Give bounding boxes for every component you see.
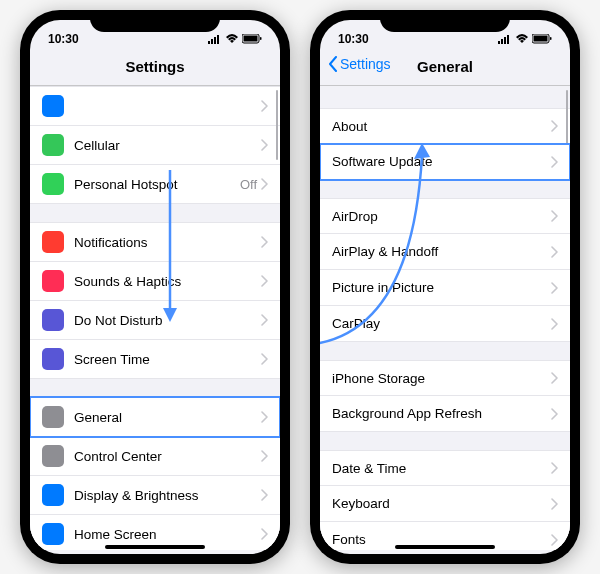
general-row-software-update[interactable]: Software Update — [320, 144, 570, 180]
chevron-right-icon — [551, 462, 558, 474]
chevron-right-icon — [261, 236, 268, 248]
general-row-background-app-refresh[interactable]: Background App Refresh — [320, 396, 570, 432]
svg-rect-14 — [534, 36, 548, 42]
chevron-right-icon — [551, 282, 558, 294]
svg-rect-2 — [214, 37, 216, 44]
battery-icon — [242, 34, 262, 44]
screen-settings: 10:30 Settings CellularPersonal HotspotO… — [30, 20, 280, 554]
settings-row-notifications[interactable]: Notifications — [30, 222, 280, 262]
row-label: CarPlay — [332, 316, 551, 331]
sounds-icon — [42, 270, 64, 292]
back-label: Settings — [340, 56, 391, 72]
chevron-right-icon — [551, 318, 558, 330]
row-label: General — [74, 410, 261, 425]
settings-row-do-not-disturb[interactable]: Do Not Disturb — [30, 301, 280, 340]
chevron-right-icon — [261, 411, 268, 423]
settings-row-screen-time[interactable]: Screen Time — [30, 340, 280, 379]
svg-rect-3 — [217, 35, 219, 44]
homescreen-icon — [42, 523, 64, 545]
general-row-picture-in-picture[interactable]: Picture in Picture — [320, 270, 570, 306]
notifications-icon — [42, 231, 64, 253]
screen-general: 10:30 Settings General AboutSoftware Upd… — [320, 20, 570, 554]
nav-bar-settings: Settings — [30, 52, 280, 86]
svg-rect-11 — [504, 37, 506, 44]
cellular-icon — [42, 134, 64, 156]
chevron-left-icon — [328, 56, 338, 72]
row-label: Software Update — [332, 154, 551, 169]
home-indicator — [395, 545, 495, 549]
screentime-icon — [42, 348, 64, 370]
svg-rect-10 — [501, 39, 503, 44]
settings-row-control-center[interactable]: Control Center — [30, 437, 280, 476]
general-row-date-time[interactable]: Date & Time — [320, 450, 570, 486]
phone-settings: 10:30 Settings CellularPersonal HotspotO… — [20, 10, 290, 564]
chevron-right-icon — [551, 156, 558, 168]
row-label: Sounds & Haptics — [74, 274, 261, 289]
row-label: Home Screen — [74, 527, 261, 542]
row-label: iPhone Storage — [332, 371, 551, 386]
chevron-right-icon — [261, 275, 268, 287]
settings-row-display-brightness[interactable]: Display & Brightness — [30, 476, 280, 515]
general-row-iphone-storage[interactable]: iPhone Storage — [320, 360, 570, 396]
row-label: Do Not Disturb — [74, 313, 261, 328]
settings-list[interactable]: CellularPersonal HotspotOffNotifications… — [30, 86, 280, 550]
back-button[interactable]: Settings — [328, 56, 391, 72]
scroll-indicator[interactable] — [276, 90, 279, 160]
chevron-right-icon — [261, 450, 268, 462]
settings-row-sounds-haptics[interactable]: Sounds & Haptics — [30, 262, 280, 301]
nav-title: Settings — [40, 58, 270, 75]
phone-general: 10:30 Settings General AboutSoftware Upd… — [310, 10, 580, 564]
chevron-right-icon — [261, 178, 268, 190]
row-label: Notifications — [74, 235, 261, 250]
signal-icon — [208, 35, 222, 44]
general-row-carplay[interactable]: CarPlay — [320, 306, 570, 342]
chevron-right-icon — [551, 498, 558, 510]
general-list[interactable]: AboutSoftware UpdateAirDropAirPlay & Han… — [320, 86, 570, 550]
status-right — [208, 34, 262, 44]
nav-bar-general: Settings General — [320, 52, 570, 86]
hotspot-icon — [42, 173, 64, 195]
row-label: Date & Time — [332, 461, 551, 476]
notch — [380, 10, 510, 32]
bluetooth-icon — [42, 95, 64, 117]
settings-row-personal-hotspot[interactable]: Personal HotspotOff — [30, 165, 280, 204]
settings-row-general[interactable]: General — [30, 397, 280, 437]
chevron-right-icon — [261, 353, 268, 365]
general-row-about[interactable]: About — [320, 108, 570, 144]
chevron-right-icon — [261, 139, 268, 151]
row-label: Keyboard — [332, 496, 551, 511]
signal-icon — [498, 35, 512, 44]
chevron-right-icon — [551, 408, 558, 420]
svg-rect-9 — [498, 41, 500, 44]
general-row-airdrop[interactable]: AirDrop — [320, 198, 570, 234]
svg-rect-12 — [507, 35, 509, 44]
chevron-right-icon — [551, 120, 558, 132]
row-label: Control Center — [74, 449, 261, 464]
svg-rect-0 — [208, 41, 210, 44]
status-time: 10:30 — [338, 32, 369, 46]
status-time: 10:30 — [48, 32, 79, 46]
general-row-airplay-handoff[interactable]: AirPlay & Handoff — [320, 234, 570, 270]
row-label: About — [332, 119, 551, 134]
row-label: AirPlay & Handoff — [332, 244, 551, 259]
general-icon — [42, 406, 64, 428]
chevron-right-icon — [261, 100, 268, 112]
row-label: Display & Brightness — [74, 488, 261, 503]
svg-rect-6 — [260, 37, 262, 40]
chevron-right-icon — [551, 210, 558, 222]
dnd-icon — [42, 309, 64, 331]
row-label: Personal Hotspot — [74, 177, 240, 192]
chevron-right-icon — [551, 372, 558, 384]
settings-row-cellular[interactable]: Cellular — [30, 126, 280, 165]
row-label: AirDrop — [332, 209, 551, 224]
notch — [90, 10, 220, 32]
settings-row-item[interactable] — [30, 86, 280, 126]
wifi-icon — [225, 34, 239, 44]
general-row-keyboard[interactable]: Keyboard — [320, 486, 570, 522]
row-label: Background App Refresh — [332, 406, 551, 421]
row-detail: Off — [240, 177, 257, 192]
svg-rect-15 — [550, 37, 552, 40]
home-indicator — [105, 545, 205, 549]
controlcenter-icon — [42, 445, 64, 467]
svg-rect-1 — [211, 39, 213, 44]
